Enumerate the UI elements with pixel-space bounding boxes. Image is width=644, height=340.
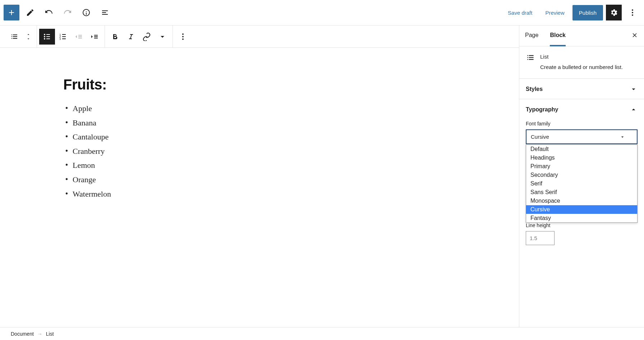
list-item[interactable]: Apple <box>63 101 322 116</box>
save-draft-button[interactable]: Save draft <box>503 6 537 19</box>
info-button[interactable] <box>78 5 94 20</box>
chevron-up-icon <box>25 32 32 37</box>
list-item[interactable]: Cantaloupe <box>63 130 322 144</box>
bold-icon <box>111 32 119 41</box>
font-option[interactable]: Default <box>526 145 637 153</box>
bold-button[interactable] <box>107 29 123 45</box>
close-icon <box>631 32 638 39</box>
italic-button[interactable] <box>123 29 139 45</box>
list-block[interactable]: Apple Banana Cantaloupe Cranberry Lemon … <box>63 101 322 201</box>
font-family-select[interactable]: Cursive DefaultHeadingsPrimarySecondaryS… <box>526 129 638 144</box>
svg-point-3 <box>44 34 45 35</box>
breadcrumb-footer: Document → List <box>0 327 644 340</box>
breadcrumb-list[interactable]: List <box>46 331 54 337</box>
editor-header: Save draft Preview Publish <box>0 0 644 26</box>
chevron-down-icon <box>158 32 167 41</box>
indent-button[interactable] <box>87 29 102 45</box>
font-family-dropdown[interactable]: DefaultHeadingsPrimarySecondarySerifSans… <box>526 144 638 223</box>
breadcrumb-document[interactable]: Document <box>11 331 34 337</box>
editor-canvas[interactable]: Fruits: Apple Banana Cantaloupe Cranberr… <box>0 48 519 327</box>
pencil-icon <box>26 8 34 17</box>
svg-text:3: 3 <box>59 37 61 41</box>
list-item[interactable]: Banana <box>63 116 322 130</box>
list-item[interactable]: Orange <box>63 173 322 187</box>
chevron-down-icon <box>630 85 638 93</box>
preview-button[interactable]: Preview <box>540 6 569 19</box>
font-option[interactable]: Primary <box>526 162 637 171</box>
more-formatting-button[interactable] <box>155 29 170 45</box>
move-handle[interactable] <box>22 29 34 45</box>
plus-icon <box>7 8 16 17</box>
svg-point-10 <box>182 36 184 37</box>
font-family-label: Font family <box>526 121 638 127</box>
chevron-up-icon <box>630 106 638 114</box>
undo-button[interactable] <box>41 5 57 20</box>
font-option[interactable]: Monospace <box>526 197 637 205</box>
more-menu-button[interactable] <box>625 5 640 20</box>
svg-point-1 <box>632 12 633 13</box>
block-toolbar: 123 <box>0 26 519 48</box>
svg-point-4 <box>44 36 45 37</box>
ordered-list-button[interactable]: 123 <box>55 29 71 45</box>
svg-point-11 <box>182 38 184 40</box>
indent-icon <box>90 32 99 41</box>
tab-page[interactable]: Page <box>525 26 538 46</box>
outline-icon <box>101 8 109 17</box>
svg-point-2 <box>632 14 633 16</box>
tab-block[interactable]: Block <box>550 26 566 46</box>
edit-mode-button[interactable] <box>22 5 38 20</box>
header-left-tools <box>4 5 113 20</box>
line-height-label: Line height <box>526 222 638 228</box>
font-option[interactable]: Cursive <box>526 205 637 214</box>
gear-icon <box>610 8 618 17</box>
block-type-description: Create a bulleted or numbered list. <box>540 64 623 70</box>
info-icon <box>82 8 91 17</box>
block-more-button[interactable] <box>175 29 191 45</box>
chevron-down-icon <box>25 37 32 41</box>
numbered-list-icon: 123 <box>59 32 67 41</box>
font-option[interactable]: Fantasy <box>526 214 637 222</box>
publish-button[interactable]: Publish <box>572 5 603 20</box>
redo-button[interactable] <box>60 5 75 20</box>
close-sidebar-button[interactable] <box>631 32 638 40</box>
italic-icon <box>126 32 135 41</box>
svg-point-9 <box>182 33 184 35</box>
outdent-icon <box>74 32 83 41</box>
font-option[interactable]: Sans Serif <box>526 188 637 197</box>
typography-panel-toggle[interactable]: Typography <box>526 106 638 118</box>
font-family-selected[interactable]: Cursive <box>526 129 638 144</box>
styles-panel-toggle[interactable]: Styles <box>526 85 638 99</box>
heading-text[interactable]: Fruits: <box>63 77 322 93</box>
outline-button[interactable] <box>97 5 113 20</box>
list-block-icon <box>526 53 535 62</box>
font-option[interactable]: Serif <box>526 179 637 188</box>
bullet-list-icon <box>43 32 51 41</box>
font-family-value: Cursive <box>531 134 549 140</box>
typography-panel: Typography Font family Cursive DefaultHe… <box>519 99 644 245</box>
font-option[interactable]: Secondary <box>526 171 637 179</box>
kebab-icon <box>179 32 187 41</box>
add-block-button[interactable] <box>4 5 19 20</box>
sidebar-tabs: Page Block <box>519 26 644 46</box>
svg-point-5 <box>44 38 45 40</box>
unordered-list-button[interactable] <box>39 29 55 45</box>
typography-panel-title: Typography <box>526 106 558 113</box>
kebab-icon <box>628 8 637 17</box>
block-type-switch-button[interactable] <box>6 29 22 45</box>
list-item[interactable]: Cranberry <box>63 144 322 158</box>
link-icon <box>142 32 151 41</box>
styles-panel: Styles <box>519 79 644 99</box>
settings-button[interactable] <box>606 5 622 20</box>
list-item[interactable]: Watermelon <box>63 187 322 201</box>
styles-panel-title: Styles <box>526 86 543 92</box>
redo-icon <box>63 8 72 17</box>
svg-point-0 <box>632 9 633 11</box>
settings-sidebar: Page Block List Create a bulleted or num… <box>519 26 644 327</box>
chevron-down-icon <box>620 134 625 140</box>
outdent-button[interactable] <box>71 29 87 45</box>
block-type-title: List <box>540 53 623 61</box>
line-height-input[interactable] <box>526 231 555 245</box>
link-button[interactable] <box>139 29 155 45</box>
list-item[interactable]: Lemon <box>63 158 322 173</box>
font-option[interactable]: Headings <box>526 153 637 162</box>
